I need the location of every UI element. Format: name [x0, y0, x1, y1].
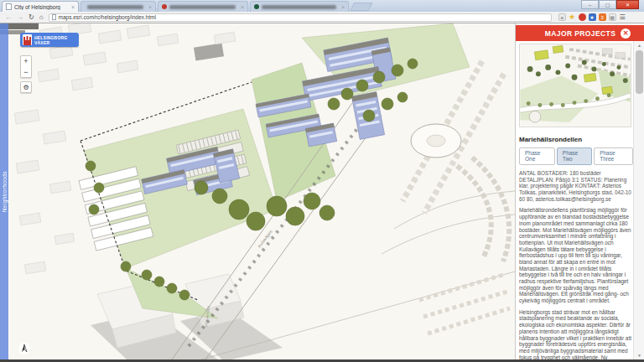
project-paragraph-1: Mariehällsrondellens planförslag möjligg…	[519, 207, 633, 303]
blue-star-extension-icon[interactable]: ★	[589, 13, 596, 21]
tab-phase-three[interactable]: Phase Three	[594, 147, 633, 165]
major-projects-panel: MAJOR PROJECTS ✕	[515, 23, 644, 359]
map-viewport[interactable]: Kullavägen KULLAVÄGEN	[0, 23, 515, 359]
blurred-tab-text	[169, 5, 236, 9]
url-field[interactable]: maps.esri.com/rc/helsingborg/index.html	[49, 13, 552, 22]
panel-scrollbar[interactable]: ▲ ▼	[633, 41, 644, 359]
bookmark-star-icon[interactable]: ★	[569, 13, 576, 21]
forward-icon[interactable]: →	[17, 14, 23, 21]
translate-extension-icon[interactable]: a	[558, 13, 566, 21]
tab-close-icon[interactable]: ×	[341, 4, 345, 10]
panel-close-icon[interactable]: ✕	[621, 28, 631, 39]
extension-icons: a ★ ★ 3 ▦ ☰	[558, 13, 626, 21]
helsingborg-vaxer-logo[interactable]: HELSINGBORG VÄXER	[20, 33, 79, 47]
browser-window: City of Helsingborg × × × × – ▢ ✕ ← → ↻ …	[0, 0, 644, 362]
tab-strip: City of Helsingborg × × × × – ▢ ✕	[0, 0, 644, 12]
inactive-tab-1[interactable]: ×	[80, 1, 156, 12]
tab-close-icon[interactable]: ×	[71, 4, 75, 10]
url-text: maps.esri.com/rc/helsingborg/index.html	[59, 14, 156, 20]
city-crest-icon	[23, 34, 32, 45]
project-info-text: ANTAL BOSTÄDER: 180 bostäder DETALJPLAN:…	[519, 170, 633, 202]
roundabout	[411, 124, 461, 158]
red-dot-favicon	[162, 4, 167, 9]
blurred-tab-text	[87, 5, 143, 9]
close-window-button[interactable]: ✕	[616, 0, 639, 9]
map-canvas: Kullavägen KULLAVÄGEN	[0, 23, 515, 359]
blurred-tab-text	[262, 5, 336, 9]
maximize-button[interactable]: ▢	[599, 0, 616, 9]
address-bar-row: ← → ↻ ⌂ maps.esri.com/rc/helsingborg/ind…	[0, 12, 644, 23]
sidebar-tab-neighborhoods[interactable]: Neighborhoods	[0, 23, 8, 359]
logo-line1: HELSINGBORG	[34, 35, 67, 40]
tab-city-of-helsingborg[interactable]: City of Helsingborg ×	[2, 1, 79, 12]
green-dot-favicon	[254, 4, 259, 9]
settings-gear-button[interactable]: ⚙	[20, 81, 32, 93]
tab-phase-one[interactable]: Phase One	[519, 147, 555, 165]
tab-phase-two[interactable]: Phase Two	[557, 147, 592, 165]
page-favicon	[6, 3, 12, 10]
inactive-tab-2[interactable]: ×	[158, 1, 248, 12]
scroll-up-icon[interactable]: ▲	[634, 43, 644, 48]
back-icon[interactable]: ←	[5, 14, 12, 21]
panel-header: MAJOR PROJECTS ✕	[516, 25, 644, 41]
refresh-icon[interactable]: ↻	[29, 14, 34, 21]
new-tab-button[interactable]	[351, 3, 373, 11]
gray-extension-icon[interactable]: ▦	[609, 13, 616, 21]
phase-tabs: Phase One Phase Two Phase Three	[519, 147, 633, 165]
inactive-tab-3[interactable]: ×	[250, 1, 349, 12]
project-paragraph-2: Helsingborgs stad strävar mot en hållbar…	[519, 309, 633, 359]
tab-close-icon[interactable]: ×	[241, 4, 244, 10]
scrollbar-thumb[interactable]	[636, 50, 643, 94]
minimize-button[interactable]: –	[581, 0, 599, 9]
page-icon	[52, 14, 56, 20]
zoom-out-button[interactable]: −	[20, 66, 32, 78]
orange-badge-extension-icon[interactable]: 3	[599, 13, 606, 21]
red-circle-extension-icon[interactable]	[579, 13, 586, 21]
menu-icon[interactable]: ☰	[619, 13, 626, 21]
window-controls: – ▢ ✕	[581, 0, 639, 9]
project-render-thumbnail	[519, 44, 631, 127]
panel-title: MAJOR PROJECTS	[545, 29, 615, 38]
home-icon[interactable]: ⌂	[39, 14, 44, 21]
tab-close-icon[interactable]: ×	[148, 4, 152, 10]
panel-body: Mariehällsrondellen Phase One Phase Two …	[519, 41, 633, 359]
neighborhoods-label: Neighborhoods	[2, 171, 8, 212]
zoom-in-button[interactable]: +	[20, 55, 32, 67]
logo-line2: VÄXER	[34, 40, 67, 45]
tab-title: City of Helsingborg	[14, 4, 69, 10]
project-title: Mariehällsrondellen	[519, 136, 633, 143]
compass-north-icon[interactable]	[18, 343, 30, 354]
scroll-down-icon[interactable]: ▼	[634, 353, 644, 358]
